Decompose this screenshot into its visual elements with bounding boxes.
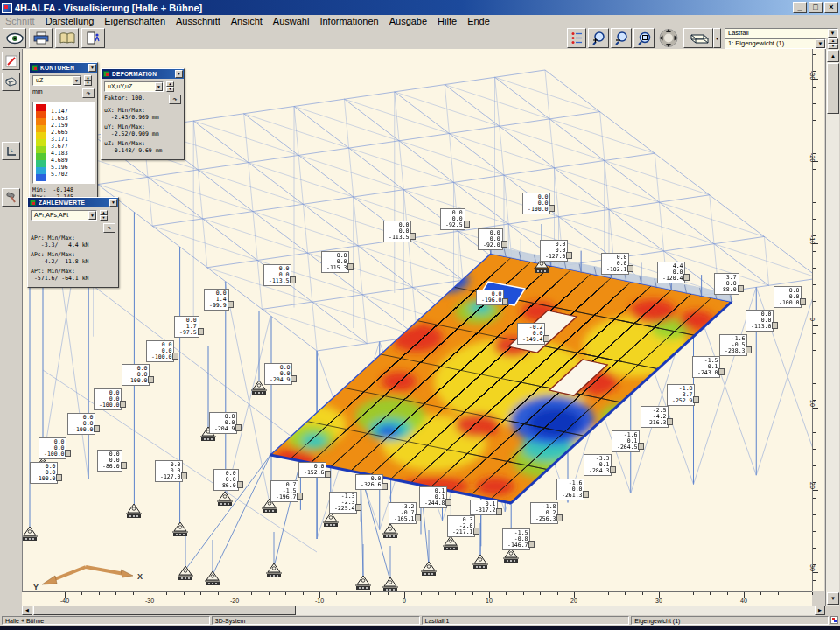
close-button[interactable]: × (824, 2, 838, 13)
annotate-button[interactable] (2, 52, 20, 70)
loadcase-type-combo[interactable]: Lastfall ▼ (724, 28, 838, 38)
pan-cross-icon (657, 28, 678, 48)
node-value-label: 0.0 0.0 -92.5 (440, 208, 466, 230)
menu-item-informationen[interactable]: Informationen (314, 16, 383, 26)
support-symbol (323, 513, 339, 527)
zahlenwerte-spinner[interactable]: ▲▼ (100, 210, 108, 220)
ruler-minor-tick (319, 592, 320, 595)
panel-konturen-titlebar[interactable]: KONTUREN ▼ (30, 63, 97, 73)
node-value-label: 0.0 0.0 -100.0 (38, 438, 66, 459)
maximize-button[interactable]: □ (808, 2, 822, 13)
zahlenwerte-refresh-button[interactable]: ↷ (103, 223, 116, 233)
view-3d-button[interactable] (683, 28, 713, 48)
panel-deformation-titlebar[interactable]: DEFORMATION ▼ (102, 69, 184, 79)
minmax-value: -571.6/ -64.1 kN (31, 275, 116, 282)
loadcase-type-value: Lastfall (728, 29, 749, 37)
panel-collapse-button[interactable]: ▼ (175, 70, 183, 78)
panel-collapse-button[interactable]: ▼ (109, 199, 117, 206)
menu-item-auswahl[interactable]: Auswahl (268, 16, 315, 26)
menu-item-hilfe[interactable]: Hilfe (432, 16, 462, 26)
ruler-minor-tick (813, 251, 816, 252)
scroll-right-button[interactable]: ▶ (815, 606, 825, 615)
menu-item-darstellung[interactable]: Darstellung (40, 16, 100, 26)
chevron-down-icon[interactable]: ▼ (73, 76, 80, 85)
deformation-refresh-button[interactable]: ↷ (169, 94, 181, 104)
ruler-minor-tick (116, 592, 116, 595)
minmax-value: -2.43/0.969 mm (104, 114, 181, 121)
support-symbol (382, 524, 398, 538)
zoom-in-button[interactable] (588, 28, 609, 48)
print-button[interactable] (29, 28, 52, 48)
vertical-scrollbar[interactable]: ▲ ▼ (825, 49, 839, 606)
legend-swatch (36, 132, 46, 139)
ruler-minor-tick (557, 592, 558, 595)
taskbar-edge (0, 626, 840, 630)
ruler-minor-tick (812, 592, 813, 595)
chevron-down-icon[interactable]: ▼ (816, 39, 825, 48)
ruler-label: 20 (570, 598, 578, 604)
konturen-unit-label: mm (32, 88, 43, 94)
menu-item-ende[interactable]: Ende (462, 16, 495, 26)
chevron-down-icon[interactable]: ▼ (88, 211, 96, 220)
ruler-minor-tick (813, 416, 816, 416)
scroll-down-button[interactable]: ▼ (827, 592, 839, 605)
node-value-label: 3.7 0.0 -88.0 (714, 273, 739, 295)
legend-value: 1.147 (51, 108, 68, 115)
konturen-quantity-combo[interactable]: uZ ▼ (32, 75, 81, 86)
panel-zahlenwerte-titlebar[interactable]: ZAHLENWERTE ▼ (28, 198, 118, 207)
menu-item-ansicht[interactable]: Ansicht (226, 16, 268, 26)
status-loadcase-name: Eigengewicht (1) (631, 616, 829, 625)
scroll-up-button[interactable]: ▲ (827, 50, 839, 62)
zoom-window-button[interactable] (634, 28, 654, 48)
scroll-left-button[interactable]: ◀ (22, 606, 32, 615)
node-value-label: 0.0 0.0 -204.9 (209, 412, 237, 434)
menu-item-ausschnitt[interactable]: Ausschnitt (171, 16, 226, 26)
panel-konturen[interactable]: KONTUREN ▼ uZ ▼ ▲▼ mm ↷ 1.1471.6532.1592… (29, 62, 98, 204)
legend-values: 1.1471.6532.1592.6653.1713.6774.1834.689… (51, 104, 68, 181)
konturen-refresh-button[interactable]: ↷ (82, 88, 94, 98)
minimize-button[interactable]: _ (793, 2, 807, 13)
deformation-minmax-rows: uX: Min/Max: -2.43/0.969 mmuY: Min/Max: … (104, 107, 181, 154)
pan-control[interactable] (656, 28, 679, 48)
loadcase-combo[interactable]: 1: Eigengewicht (1) ▼ (724, 38, 826, 49)
chevron-down-icon[interactable]: ▼ (155, 82, 163, 91)
display-options-button[interactable] (567, 28, 586, 48)
panel-deformation[interactable]: DEFORMATION ▼ uX,uY,uZ ▼ ▲▼ Faktor: 100.… (101, 68, 185, 160)
chevron-down-icon[interactable]: ▼ (828, 29, 837, 38)
support-symbol (472, 555, 488, 569)
panel-icon (32, 65, 38, 71)
horizontal-scrollbar[interactable]: ◀ ▶ (22, 606, 825, 615)
ruler-minor-tick (727, 592, 728, 595)
ruler-label: -20 (809, 153, 816, 162)
zahlenwerte-combo[interactable]: APr,APs,APt ▼ (31, 210, 97, 220)
dimension-button[interactable]: L (2, 142, 20, 160)
tree-settings-icon (570, 32, 583, 45)
ruler-label: 30 (809, 564, 816, 571)
vertical-scroll-thumb[interactable] (827, 63, 839, 114)
legend-swatches (36, 104, 46, 181)
deformation-spinner[interactable]: ▲▼ (166, 81, 174, 92)
ruler-minor-tick (455, 592, 456, 595)
view-3d-toggle-button[interactable] (2, 73, 20, 91)
zoom-out-button[interactable] (611, 28, 632, 48)
svg-text:L: L (10, 148, 13, 153)
panel-zahlenwerte[interactable]: ZAHLENWERTE ▼ APr,APs,APt ▼ ▲▼ ↷ APr: Mi… (27, 197, 119, 288)
konturen-spinner[interactable]: ▲▼ (84, 75, 92, 86)
tools-button[interactable] (2, 188, 20, 206)
loadcase-spinner[interactable]: ▲▼ (828, 38, 838, 49)
panel-collapse-button[interactable]: ▼ (88, 64, 96, 72)
node-value-label: 0.0 0.0 -92.0 (478, 228, 503, 250)
support-symbol (172, 522, 188, 536)
ruler-label: 40 (740, 598, 747, 604)
exit-button[interactable] (81, 28, 105, 48)
support-symbol (355, 576, 371, 590)
node-value-label: 0.0 0.0 -204.9 (264, 363, 292, 385)
preview-eye-button[interactable] (3, 28, 26, 48)
view-cube-dropdown[interactable]: ▼ (713, 28, 721, 48)
menu-item-ausgabe[interactable]: Ausgabe (384, 16, 432, 26)
documentation-button[interactable] (55, 28, 79, 48)
deformation-combo[interactable]: uX,uY,uZ ▼ (104, 81, 164, 92)
menu-item-eigenschaften[interactable]: Eigenschaften (99, 16, 171, 26)
horizontal-scroll-thumb[interactable] (33, 606, 296, 615)
faktor-label: Faktor: 100. (104, 94, 145, 102)
